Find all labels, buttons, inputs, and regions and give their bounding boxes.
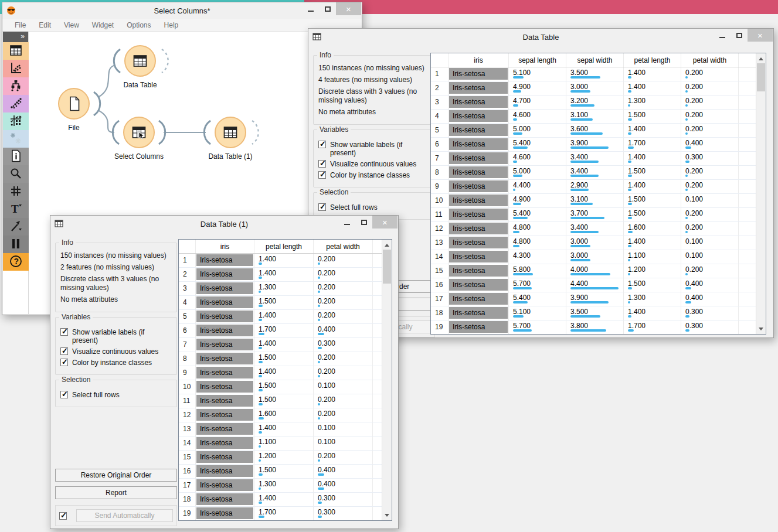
- table-row[interactable]: 13Iris-setosa1.4000.100: [179, 422, 382, 436]
- column-header[interactable]: iris: [449, 53, 509, 67]
- scroll-up-icon[interactable]: [382, 240, 392, 250]
- dock-button-text[interactable]: T: [3, 200, 29, 218]
- checkbox-icon[interactable]: [60, 328, 68, 336]
- minimize-button[interactable]: [338, 216, 355, 229]
- checkbox-icon[interactable]: [318, 203, 326, 211]
- data-table-window-titlebar[interactable]: Data Table ×: [308, 29, 773, 45]
- table-row[interactable]: 18Iris-setosa1.4000.300: [179, 493, 382, 507]
- checkbox-option[interactable]: Visualize continuous values: [318, 160, 430, 168]
- workflow-node-file[interactable]: [58, 88, 90, 120]
- table-row[interactable]: 3Iris-setosa1.3000.200: [179, 282, 382, 296]
- menu-item-widget[interactable]: Widget: [86, 21, 120, 29]
- maximize-button[interactable]: [319, 2, 336, 15]
- dock-button-evaluate[interactable]: [3, 112, 29, 130]
- table-row[interactable]: 6Iris-setosa1.7000.400: [179, 324, 382, 338]
- report-button[interactable]: Report: [55, 486, 177, 499]
- workflow-node-select-columns[interactable]: [123, 117, 155, 148]
- scrollbar-thumb[interactable]: [383, 250, 391, 284]
- table-row[interactable]: 16Iris-setosa5.7004.4001.5000.400: [431, 278, 756, 292]
- dock-button-help[interactable]: ?: [3, 253, 29, 271]
- checkbox-option[interactable]: Show variable labels (if present): [60, 328, 172, 345]
- close-button[interactable]: ×: [748, 29, 773, 42]
- table-row[interactable]: 13Iris-setosa4.8003.0001.4000.100: [431, 236, 756, 250]
- table-row[interactable]: 12Iris-setosa4.8003.4001.6000.200: [431, 222, 756, 236]
- checkbox-option[interactable]: Select full rows: [318, 203, 430, 212]
- table-row[interactable]: 11Iris-setosa1.5000.200: [179, 394, 382, 408]
- dock-button-unsupervised[interactable]: [3, 130, 29, 148]
- column-header[interactable]: sepal length: [509, 53, 566, 67]
- menu-item-edit[interactable]: Edit: [32, 21, 57, 29]
- menu-item-file[interactable]: File: [8, 21, 32, 29]
- table-row[interactable]: 17Iris-setosa1.3000.400: [179, 479, 382, 493]
- table-row[interactable]: 19Iris-setosa1.7000.300: [179, 507, 382, 520]
- send-automatically-checkbox[interactable]: [59, 512, 67, 520]
- maximize-button[interactable]: [731, 29, 748, 42]
- checkbox-option[interactable]: Show variable labels (if present): [318, 141, 430, 157]
- workflow-node-data-table[interactable]: [124, 45, 156, 77]
- checkbox-icon[interactable]: [60, 359, 68, 366]
- table-row[interactable]: 7Iris-setosa4.6003.4001.4000.300: [431, 152, 756, 166]
- scroll-down-icon[interactable]: [382, 510, 392, 520]
- table-row[interactable]: 1Iris-setosa1.4000.200: [179, 254, 382, 268]
- checkbox-icon[interactable]: [318, 141, 326, 148]
- table-row[interactable]: 7Iris-setosa1.4000.300: [179, 338, 382, 352]
- checkbox-option[interactable]: Color by instance classes: [60, 359, 172, 367]
- restore-original-order-button[interactable]: Restore Original Order: [55, 469, 177, 482]
- column-header[interactable]: sepal width: [566, 53, 624, 67]
- scrollbar-thumb[interactable]: [757, 63, 765, 91]
- checkbox-icon[interactable]: [60, 391, 68, 398]
- checkbox-icon[interactable]: [60, 347, 68, 355]
- close-button[interactable]: ×: [372, 216, 398, 229]
- canvas-window-titlebar[interactable]: Select Columns* ×: [2, 2, 362, 19]
- column-header[interactable]: petal length: [254, 240, 314, 253]
- table-row[interactable]: 2Iris-setosa1.4000.200: [179, 268, 382, 282]
- dock-button-pause[interactable]: [3, 236, 29, 253]
- dock-button-data-table[interactable]: [3, 42, 29, 60]
- dock-button-grid[interactable]: [3, 183, 29, 200]
- table-row[interactable]: 2Iris-setosa4.9003.0001.4000.200: [431, 81, 756, 96]
- table-row[interactable]: 1Iris-setosa5.1003.5001.4000.200: [431, 67, 756, 81]
- checkbox-option[interactable]: Color by instance classes: [318, 171, 430, 179]
- table-row[interactable]: 14Iris-setosa4.3003.0001.1000.100: [431, 250, 756, 264]
- checkbox-icon[interactable]: [318, 160, 326, 168]
- checkbox-icon[interactable]: [318, 171, 326, 179]
- table-row[interactable]: 15Iris-setosa1.2000.200: [179, 451, 382, 465]
- dock-button-zoom[interactable]: [3, 165, 29, 183]
- dock-button-arrow-pen[interactable]: [3, 218, 29, 236]
- table-row[interactable]: 6Iris-setosa5.4003.9001.7000.400: [431, 138, 756, 152]
- dock-button-model-scatter[interactable]: [3, 95, 29, 112]
- table-row[interactable]: 14Iris-setosa1.1000.100: [179, 436, 382, 451]
- table-row[interactable]: 18Iris-setosa5.1003.5001.4000.300: [431, 306, 756, 320]
- table-row[interactable]: 5Iris-setosa1.4000.200: [179, 310, 382, 324]
- vertical-scrollbar[interactable]: [756, 53, 766, 334]
- table-row[interactable]: 9Iris-setosa1.4000.200: [179, 366, 382, 380]
- table-row[interactable]: 4Iris-setosa4.6003.1001.5000.200: [431, 110, 756, 124]
- minimize-button[interactable]: [714, 29, 731, 42]
- menu-item-view[interactable]: View: [57, 21, 86, 29]
- checkbox-option[interactable]: Select full rows: [60, 391, 172, 399]
- table-row[interactable]: 8Iris-setosa1.5000.200: [179, 352, 382, 366]
- table-row[interactable]: 5Iris-setosa5.0003.6001.4000.200: [431, 124, 756, 138]
- menu-item-options[interactable]: Options: [120, 21, 157, 29]
- close-button[interactable]: ×: [336, 2, 361, 15]
- scroll-up-icon[interactable]: [756, 54, 766, 63]
- menu-item-help[interactable]: Help: [158, 21, 185, 29]
- column-header[interactable]: petal length: [624, 53, 681, 67]
- table-row[interactable]: 8Iris-setosa5.0003.4001.5000.200: [431, 166, 756, 180]
- table-row[interactable]: 10Iris-setosa1.5000.100: [179, 380, 382, 394]
- table-row[interactable]: 4Iris-setosa1.5000.200: [179, 296, 382, 310]
- column-header[interactable]: petal width: [314, 240, 373, 253]
- dock-button-info-doc[interactable]: [3, 148, 29, 165]
- checkbox-option[interactable]: Visualize continuous values: [60, 347, 172, 356]
- vertical-scrollbar[interactable]: [382, 240, 392, 520]
- table-row[interactable]: 17Iris-setosa5.4003.9001.3000.400: [431, 292, 756, 306]
- table-row[interactable]: 19Iris-setosa5.7003.8001.7000.300: [431, 320, 756, 334]
- table-row[interactable]: 12Iris-setosa1.6000.200: [179, 408, 382, 422]
- table-row[interactable]: 3Iris-setosa4.7003.2001.3000.200: [431, 96, 756, 110]
- column-header[interactable]: iris: [196, 240, 254, 253]
- minimize-button[interactable]: [302, 2, 319, 15]
- maximize-button[interactable]: [355, 216, 372, 229]
- table-row[interactable]: 16Iris-setosa1.5000.400: [179, 465, 382, 479]
- dock-button-tree[interactable]: [3, 77, 29, 95]
- send-automatically-button[interactable]: Send Automatically: [76, 509, 173, 522]
